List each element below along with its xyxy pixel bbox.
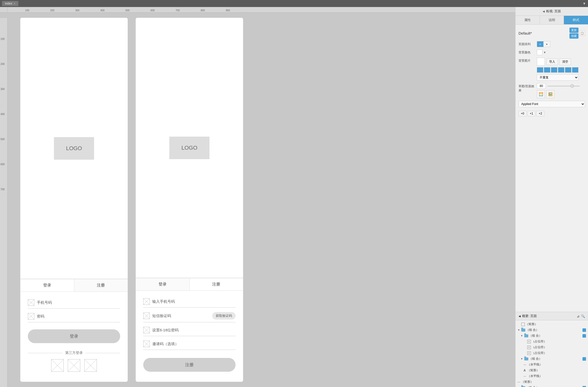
phone-form-register: 输入手机号码 短信验证码 获取验证码 设置6-18位密码 xyxy=(136,291,243,382)
search-icon[interactable]: 🔍 xyxy=(581,314,585,318)
tree-toggle-group1[interactable]: ▼ xyxy=(518,329,521,331)
sketch-icons: 🌅 🖼️ xyxy=(537,90,580,98)
password-label-r: 设置6-18位密码 xyxy=(152,328,236,333)
tab-label: index xyxy=(5,2,12,5)
sketch-control: 80 🌅 🖼️ xyxy=(537,83,585,98)
phone-label: 手机号码 xyxy=(37,300,120,305)
clear-btn[interactable]: 清空 xyxy=(559,58,571,65)
phone-top-register: LOGO xyxy=(136,18,243,278)
bg-pos-4[interactable] xyxy=(558,67,564,73)
bg-color-swatch[interactable] xyxy=(537,50,542,55)
tree-label-group4: （组 合） xyxy=(526,385,582,387)
overview-nav-icon[interactable]: ◀ xyxy=(519,315,521,318)
invite-icon xyxy=(143,341,150,347)
ruler-mark-300: 300 xyxy=(75,9,80,12)
font-select[interactable]: Applied Font Default Font Custom Font xyxy=(519,101,585,107)
tab-close-btn[interactable]: × xyxy=(14,2,15,5)
tree-item-hline1[interactable]: — （水平线） xyxy=(516,362,588,367)
overview-header: ◀ 概要: 页面 ⊿ 🔍 xyxy=(516,312,588,320)
tab-description[interactable]: 说明 xyxy=(540,16,564,24)
social-icon-2[interactable] xyxy=(68,359,80,372)
style-name: Default* xyxy=(519,31,532,35)
bg-pos-grid xyxy=(537,67,578,73)
social-icon-1[interactable] xyxy=(51,359,64,372)
layout-btn-1[interactable]: ≡ xyxy=(537,41,544,47)
font-row: Applied Font Default Font Custom Font +0… xyxy=(519,101,585,116)
tab-login-right[interactable]: 登录 xyxy=(136,278,190,291)
sketch-icon-landscape[interactable]: 🌅 xyxy=(537,90,545,98)
tree-toggle-h1: — xyxy=(524,363,527,366)
register-button[interactable]: 注册 xyxy=(143,358,236,372)
tree-item-a-rect[interactable]: A （矩形） xyxy=(516,367,588,373)
repeat-select[interactable]: 不重复 重复 水平重复 垂直重复 xyxy=(537,74,578,81)
ruler-horizontal: 100 200 300 400 500 600 700 800 900 xyxy=(0,7,515,13)
dropdown-icon[interactable]: ▼ xyxy=(582,2,586,6)
create-btn[interactable]: 创建 xyxy=(569,33,578,39)
tree-label-rect: （矩形） xyxy=(526,322,586,326)
login-button[interactable]: 登录 xyxy=(28,329,120,343)
ruler-corner xyxy=(0,7,8,13)
tree-item-rect[interactable]: （矩形） xyxy=(516,321,588,327)
tree-toggle-group3[interactable]: ▼ xyxy=(521,357,524,360)
tree-label-a: （矩形） xyxy=(527,368,586,372)
bg-pos-1[interactable] xyxy=(537,67,543,73)
tree-item-group1[interactable]: ▼ （组 合） xyxy=(516,327,588,333)
top-bar: index × ▼ xyxy=(0,0,588,7)
ruler-v-mark-500: 500 xyxy=(1,138,5,141)
ruler-mark-100: 100 xyxy=(25,9,29,12)
tree-icon-group1 xyxy=(521,329,525,332)
bg-pos-6[interactable] xyxy=(572,67,578,73)
tree-item-hline2[interactable]: — （水平线） xyxy=(516,373,588,379)
input-row-password-r: 设置6-18位密码 xyxy=(143,324,236,336)
bg-pos-2[interactable] xyxy=(544,67,550,73)
ruler-v-mark-400: 400 xyxy=(1,113,5,116)
tab-register-right[interactable]: 注册 xyxy=(190,278,243,291)
rp-tabs: 属性 说明 样式 xyxy=(516,16,588,25)
tab-index[interactable]: index × xyxy=(2,1,18,6)
tab-properties[interactable]: 属性 xyxy=(516,16,540,24)
tree-item-placeholder3[interactable]: （占位符） xyxy=(516,350,588,356)
font-size-1[interactable]: +1 xyxy=(528,111,536,116)
sketch-row: 草图/页面效果 80 🌅 🖼️ xyxy=(519,83,585,98)
rp-header: ◀ 检视: 页面 xyxy=(516,7,588,16)
tree-toggle-group2[interactable]: ▼ xyxy=(521,334,524,337)
tab-login-left[interactable]: 登录 xyxy=(20,279,74,292)
bg-pos-5[interactable] xyxy=(565,67,571,73)
tab-style[interactable]: 样式 xyxy=(564,16,588,24)
input-row-phone-r: 输入手机号码 xyxy=(143,296,236,308)
filter-icon[interactable]: ⊿ xyxy=(577,314,579,318)
tree-item-rect2[interactable]: — （矩形） xyxy=(516,379,588,385)
rp-nav-back[interactable]: ◀ xyxy=(543,10,545,13)
tree-toggle-a: A xyxy=(524,369,527,372)
import-btn[interactable]: 导入 xyxy=(546,58,558,65)
input-row-phone: 手机号码 xyxy=(28,297,120,309)
ruler-mark-600: 600 xyxy=(151,9,155,12)
style-copy-btn[interactable]: 📋 xyxy=(579,30,585,36)
update-btn[interactable]: 更新 xyxy=(569,28,578,33)
bg-pos-3[interactable] xyxy=(551,67,557,73)
tree-item-group2[interactable]: ▼ （组 合） xyxy=(516,333,588,339)
font-size-0[interactable]: +0 xyxy=(519,111,527,116)
social-icon-3[interactable] xyxy=(84,359,97,372)
phone-tabs-right: 登录 注册 xyxy=(136,278,243,291)
bg-color-label: 背景颜色 xyxy=(519,50,535,55)
tree-icon-p3 xyxy=(527,351,531,355)
font-size-2[interactable]: +2 xyxy=(536,111,544,116)
tree-item-group4[interactable]: ▼ （组 合） xyxy=(516,385,588,387)
sketch-slider[interactable] xyxy=(547,86,580,86)
tree-icon-group4 xyxy=(521,386,525,387)
sketch-value-input[interactable]: 80 xyxy=(537,83,546,89)
tree-item-placeholder1[interactable]: （占位符） xyxy=(516,339,588,344)
tree-item-placeholder2[interactable]: （占位符） xyxy=(516,344,588,350)
sketch-icon-portrait[interactable]: 🖼️ xyxy=(546,90,554,98)
tree-icon-p1 xyxy=(527,340,531,343)
tab-register-left[interactable]: 注册 xyxy=(74,279,128,292)
third-party-divider: 第三方登录 xyxy=(28,351,120,355)
sms-verify-btn[interactable]: 获取验证码 xyxy=(212,312,236,320)
color-dropdown[interactable]: ▼ xyxy=(543,51,546,54)
tree-icon-group2 xyxy=(524,334,528,337)
layout-btn-2[interactable]: ≡ xyxy=(544,41,550,47)
tree-item-group3[interactable]: ▼ （组 合） xyxy=(516,356,588,362)
phone-frame-register: LOGO 登录 注册 输入手机号码 xyxy=(135,18,243,382)
bg-img-preview xyxy=(537,58,545,66)
